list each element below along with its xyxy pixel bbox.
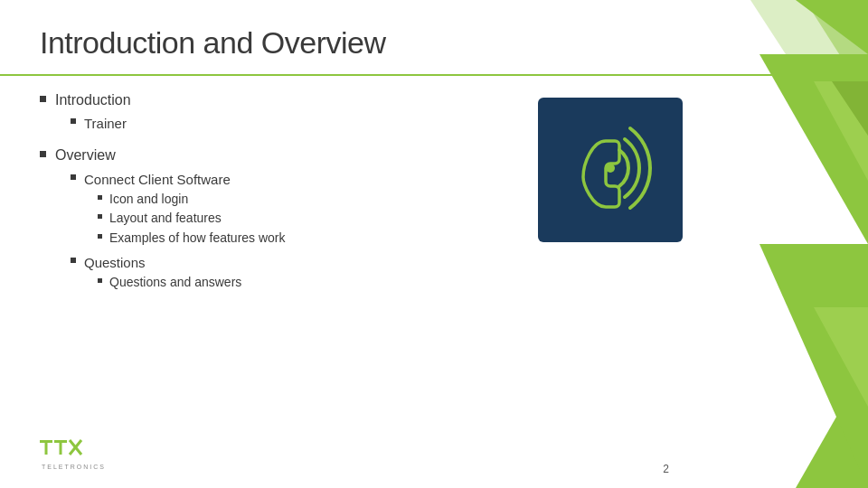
bullet-icon (98, 278, 102, 283)
svg-rect-13 (60, 440, 62, 455)
list-item: Questions and answers (98, 274, 241, 292)
item-label: Questions (84, 255, 146, 270)
list-item: Connect Client Software Icon and login L… (71, 170, 286, 249)
logo: TELETRONICS (40, 436, 106, 470)
list-item: Layout and features (98, 210, 286, 228)
sub-sub-list: Icon and login Layout and features Examp… (98, 191, 286, 248)
item-label: Connect Client Software (84, 172, 231, 187)
deco-right (678, 0, 868, 488)
bullet-icon (98, 234, 102, 239)
bullet-icon (40, 96, 46, 102)
item-label: Examples of how features work (109, 230, 286, 248)
bullet-icon (98, 214, 102, 219)
bullet-icon (40, 151, 46, 157)
item-label: Trainer (84, 114, 127, 133)
item-label: Icon and login (109, 191, 188, 209)
list-item: Examples of how features work (98, 230, 286, 248)
content-area: Introduction Trainer Overview (40, 90, 564, 305)
logo-graphic (40, 436, 94, 462)
sub-list: Trainer (71, 114, 131, 133)
bullet-icon (71, 118, 76, 124)
logo-text: TELETRONICS (42, 464, 106, 470)
title-rule (0, 74, 868, 76)
item-label: Layout and features (109, 210, 222, 228)
list-item: Overview Connect Client Software Icon an… (40, 145, 564, 296)
item-label: Questions and answers (109, 274, 241, 292)
phone-image-box (538, 98, 683, 242)
svg-point-9 (606, 164, 615, 173)
phone-icon (561, 118, 660, 221)
bullet-icon (71, 258, 76, 263)
slide: Introduction and Overview Introduction T… (0, 0, 868, 488)
bullet-icon (98, 195, 102, 200)
section-label: Introduction (55, 92, 131, 108)
sub-list: Connect Client Software Icon and login L… (71, 170, 286, 293)
svg-rect-11 (45, 440, 48, 455)
bullet-icon (71, 174, 76, 180)
section-label: Overview (55, 147, 116, 163)
list-item: Questions Questions and answers (71, 253, 286, 294)
list-item: Introduction Trainer (40, 90, 564, 136)
list-item: Icon and login (98, 191, 286, 209)
sub-sub-list: Questions and answers (98, 274, 241, 292)
page-number: 2 (663, 463, 669, 475)
list-item: Trainer (71, 114, 131, 133)
slide-title: Introduction and Overview (40, 25, 385, 61)
